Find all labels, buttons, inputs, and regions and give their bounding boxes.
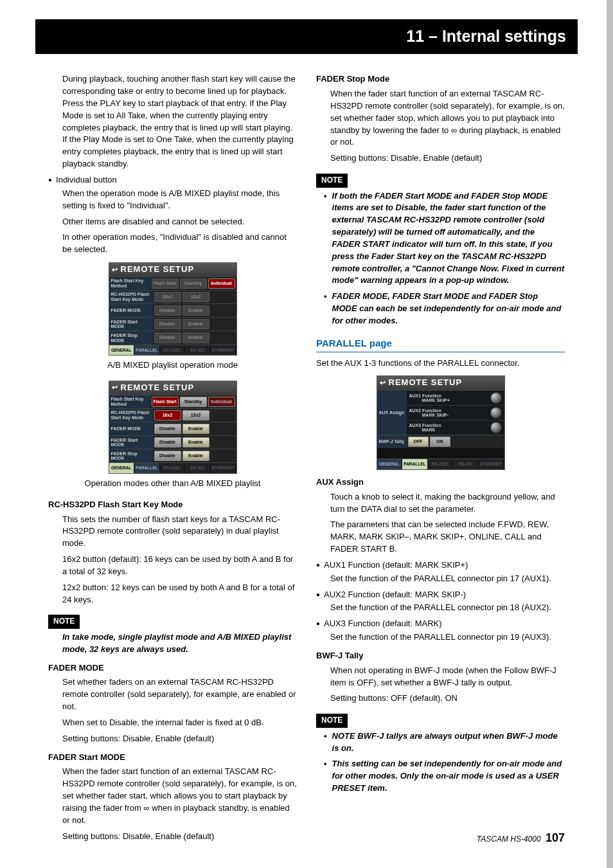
back-arrow-icon: ↩ [380, 378, 386, 388]
row-label: FADER Start MODE [109, 436, 153, 449]
paragraph: Set the AUX 1-3 functions of the PARALLE… [316, 357, 565, 370]
bullet-icon: • [324, 291, 327, 327]
section-heading: AUX Assign [316, 476, 565, 489]
paragraph: In other operation modes, "Individual" i… [62, 231, 297, 256]
left-column: During playback, touching another flash … [48, 73, 297, 846]
note-text: In take mode, single playlist mode and A… [62, 631, 297, 656]
bullet-icon: ● [316, 618, 320, 630]
disable-btn: Disable [154, 332, 181, 343]
aux1-function-value: MARK SKIP+ [409, 398, 488, 403]
aux3-function-value: MARK [409, 428, 488, 433]
row-label: Flash Start Key Method [109, 277, 150, 290]
note-badge: NOTE [48, 615, 80, 628]
on-btn: ON [430, 437, 450, 447]
note-badge: NOTE [316, 174, 348, 187]
tab-rs422: RS-422 [453, 459, 479, 469]
flash-start-btn: Flash Start [152, 397, 179, 407]
16x2-btn: 16x2 [154, 410, 181, 420]
paragraph: Setting buttons: Disable, Enable (defaul… [62, 733, 297, 745]
paragraph: When the fader start function of an exte… [62, 766, 297, 826]
knob-icon [490, 392, 502, 404]
paragraph: Set the function of the PARALLEL connect… [330, 573, 565, 585]
panel-title: ↩ REMOTE SETUP [109, 263, 236, 276]
tab-ethernet: ETHERNET [211, 345, 236, 355]
tab-ethernet: ETHERNET [211, 463, 236, 473]
paragraph: Other items are disabled and cannot be s… [62, 216, 297, 228]
bullet-icon: ● [316, 589, 320, 601]
flash-start-btn: Flash Start [152, 278, 179, 289]
individual-btn: Individual [208, 278, 235, 289]
section-heading: FADER Stop Mode [316, 73, 565, 86]
paragraph: 16x2 button (default): 16 keys can be us… [62, 554, 297, 578]
panel-title: ↩ REMOTE SETUP [109, 381, 236, 395]
row-label: BWF-J Tally [377, 435, 407, 448]
paragraph: Setting buttons: Disable, Enable (defaul… [330, 152, 565, 165]
row-label: FADER MODE [109, 304, 153, 317]
aux3-heading: AUX3 Function (default: MARK) [324, 618, 442, 630]
row-label: FADER Stop MODE [109, 449, 153, 462]
tab-parallel: PARALLEL [402, 459, 428, 469]
chapter-header: 11 – Internal settings [35, 19, 578, 54]
tab-rs422: RS-422 [185, 345, 211, 355]
panel-caption: Operation modes other than A/B MIXED pla… [48, 478, 297, 490]
paragraph: Setting buttons: OFF (default), ON [330, 692, 565, 705]
tab-parallel: PARALLEL [134, 463, 160, 473]
note-text: NOTE BWF-J tallys are always output when… [332, 730, 565, 755]
paragraph: The parameters that can be selected incl… [330, 519, 565, 556]
disable-btn: Disable [154, 424, 181, 434]
row-label: FADER Start MODE [109, 318, 153, 330]
aux2-function-label: AUX2 Function [409, 408, 488, 413]
section-heading: FADER MODE [48, 662, 297, 674]
enable-btn: Enable [182, 437, 209, 448]
back-arrow-icon: ↩ [112, 383, 118, 393]
disable-btn: Disable [154, 451, 181, 461]
page-subheading: PARALLEL page [316, 336, 565, 352]
paragraph: Set the function of the PARALLEL connect… [330, 602, 565, 614]
off-btn: OFF [408, 437, 429, 447]
remote-setup-panel-parallel: ↩ REMOTE SETUP AUX Assign AUX1 Function … [377, 375, 505, 469]
row-label: FADER Stop MODE [109, 331, 153, 344]
paragraph: Setting buttons: Disable, Enable (defaul… [62, 831, 297, 843]
page-container: 11 – Internal settings During playback, … [0, 0, 613, 865]
paragraph: During playback, touching another flash … [62, 73, 297, 170]
row-label: RC-HS32PD Flash Start Key Mode [109, 291, 153, 303]
aux3-function-label: AUX3 Function [409, 423, 488, 428]
aux1-heading: AUX1 Function (default: MARK SKIP+) [324, 559, 468, 572]
12x2-btn: 12x2 [182, 292, 209, 302]
12x2-btn: 12x2 [182, 410, 209, 420]
page-number: 107 [546, 831, 565, 844]
16x2-btn: 16x2 [154, 292, 181, 302]
enable-btn: Enable [182, 332, 209, 343]
knob-icon [490, 422, 502, 433]
tab-rs422: RS-422 [185, 463, 211, 473]
back-arrow-icon: ↩ [112, 265, 118, 275]
bullet-icon: • [324, 190, 327, 287]
enable-btn: Enable [182, 319, 209, 329]
enable-btn: Enable [182, 424, 209, 434]
standby-btn: Standby [180, 397, 207, 407]
panel-caption: A/B MIXED playlist operation mode [48, 359, 297, 372]
chapter-title: 11 – Internal settings [47, 24, 566, 48]
tab-parallel: PARALLEL [134, 345, 160, 355]
paragraph: This sets the number of flash start keys… [62, 514, 297, 550]
paragraph: Touch a knob to select it, making the ba… [330, 491, 565, 516]
row-label: FADER MODE [109, 422, 153, 435]
paragraph: When set to Disable, the internal fader … [62, 717, 297, 729]
row-label: Flash Start Key Method [109, 395, 150, 408]
footer-brand: TASCAM HS-4000 [477, 835, 541, 844]
remote-setup-panel-other-modes: ↩ REMOTE SETUP Flash Start Key Method Fl… [109, 381, 237, 474]
section-heading: RC-HS32PD Flash Start Key Mode [48, 499, 297, 511]
paragraph: 12x2 button: 12 keys can be used by both… [62, 582, 297, 606]
paragraph: When the operation mode is A/B MIXED pla… [62, 188, 297, 212]
disable-btn: Disable [154, 437, 181, 448]
enable-btn: Enable [182, 451, 209, 461]
knob-icon [490, 407, 502, 419]
right-column: FADER Stop Mode When the fader start fun… [316, 73, 565, 846]
aux2-function-value: MARK SKIP- [409, 413, 488, 418]
note-text: This setting can be set independently fo… [332, 758, 565, 795]
tab-general: GENERAL [377, 459, 403, 469]
tab-ethernet: ETHERNET [479, 459, 504, 469]
note-text: FADER MODE, FADER Start MODE and FADER S… [332, 291, 565, 327]
tab-rs232c: RS-232C [160, 463, 186, 473]
remote-setup-panel-ab-mixed: ↩ REMOTE SETUP Flash Start Key Method Fl… [109, 262, 237, 356]
